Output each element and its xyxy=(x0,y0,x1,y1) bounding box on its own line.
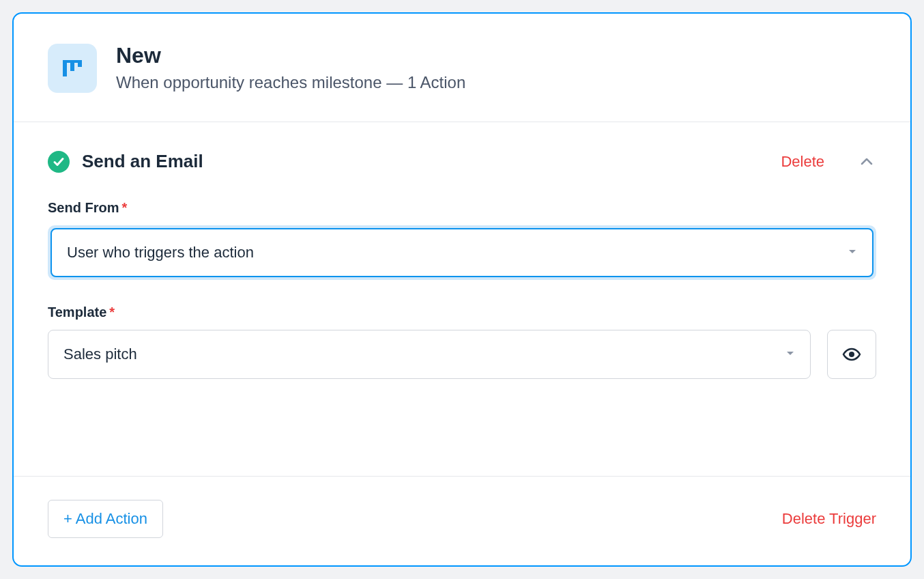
delete-trigger-button[interactable]: Delete Trigger xyxy=(782,510,876,528)
caret-down-icon xyxy=(785,348,795,361)
add-action-button[interactable]: + Add Action xyxy=(48,500,163,538)
template-row: Sales pitch xyxy=(48,330,876,379)
template-label-text: Template xyxy=(48,305,106,320)
chevron-up-icon xyxy=(859,154,874,169)
send-from-value: User who triggers the action xyxy=(67,244,254,262)
card-header: New When opportunity reaches milestone —… xyxy=(14,14,910,122)
action-block: Send an Email Delete Send From* User who… xyxy=(14,122,910,477)
send-from-select[interactable]: User who triggers the action xyxy=(50,228,874,277)
template-label: Template* xyxy=(48,305,876,320)
delete-action-button[interactable]: Delete xyxy=(781,153,824,171)
collapse-button[interactable] xyxy=(857,152,876,171)
trigger-card: New When opportunity reaches milestone —… xyxy=(12,12,912,567)
svg-rect-3 xyxy=(63,60,82,63)
template-value: Sales pitch xyxy=(63,345,137,363)
check-circle-icon xyxy=(48,151,70,173)
trigger-title: New xyxy=(116,42,465,68)
header-text: New When opportunity reaches milestone —… xyxy=(116,42,465,94)
svg-point-4 xyxy=(849,352,854,357)
card-footer: + Add Action Delete Trigger xyxy=(14,477,910,565)
send-from-label: Send From* xyxy=(48,200,876,216)
required-asterisk: * xyxy=(121,200,127,215)
action-header: Send an Email Delete xyxy=(48,151,876,173)
template-field: Template* Sales pitch xyxy=(48,305,876,379)
caret-down-icon xyxy=(848,246,857,259)
send-from-field: Send From* User who triggers the action xyxy=(48,200,876,280)
action-title: Send an Email xyxy=(82,151,768,172)
milestone-icon xyxy=(48,44,97,93)
preview-template-button[interactable] xyxy=(827,330,876,379)
template-select[interactable]: Sales pitch xyxy=(48,330,811,379)
trigger-subtitle: When opportunity reaches milestone — 1 A… xyxy=(116,71,465,94)
send-from-select-focus-ring: User who triggers the action xyxy=(48,225,876,280)
eye-icon xyxy=(842,345,861,364)
required-asterisk: * xyxy=(109,305,115,320)
send-from-label-text: Send From xyxy=(48,200,119,215)
